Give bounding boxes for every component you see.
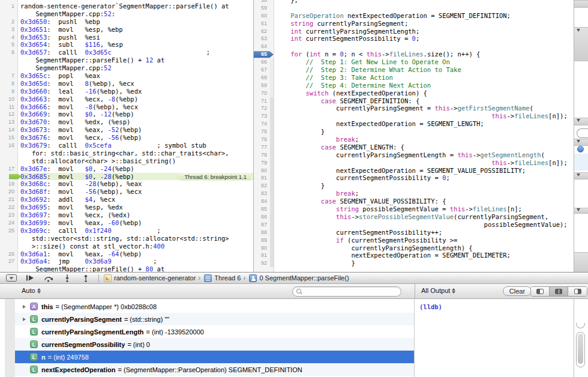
line-number[interactable] [0, 265, 17, 272]
breadcrumb-item-stack-frame[interactable]: 0 SegmentMapper::parseFile() [249, 274, 349, 282]
code-line[interactable]: >::size() const at stl_vector.h:400 [20, 243, 253, 250]
line-number[interactable]: 79 [254, 159, 274, 167]
line-number[interactable]: 13 [0, 118, 17, 126]
line-number[interactable]: 10 [0, 95, 17, 103]
code-line[interactable]: 0x3d653: pushl %esi [20, 34, 253, 41]
line-number[interactable]: 19 [0, 180, 17, 188]
code-line[interactable]: case SEGMENT_VALUE_POSSIBILITY: { [275, 198, 574, 205]
code-line[interactable]: currentSegmentPossibility = 0; [275, 174, 574, 182]
step-over-button[interactable] [42, 274, 55, 282]
continue-button[interactable] [23, 274, 37, 282]
code-line[interactable]: ParseOperation nextExpectedOperation = S… [275, 12, 574, 20]
line-number[interactable]: 74 [254, 120, 274, 128]
line-number[interactable]: 90 [254, 244, 274, 252]
code-line[interactable]: currentSegmentPossibility++; [275, 229, 574, 237]
line-number[interactable]: 64 [254, 43, 274, 50]
line-number[interactable]: 9 [0, 88, 17, 95]
line-number[interactable]: 81 [254, 174, 274, 182]
line-number[interactable]: 76 [254, 136, 274, 143]
code-line[interactable]: SegmentMapper.cpp:52: [20, 10, 253, 18]
line-number[interactable]: 2 [0, 18, 17, 26]
variable-row[interactable]: Athis= (SegmentMapper *) 0xb0288c08 [15, 300, 414, 313]
line-number[interactable]: 77 [254, 143, 274, 151]
show-variables-only-button[interactable] [531, 287, 550, 296]
breadcrumb-item-process[interactable]: random-sentence-generator [104, 274, 196, 282]
line-number[interactable]: 92 [254, 259, 274, 267]
code-line[interactable]: SegmentMapper::parseFile() + 80 at [20, 265, 253, 272]
line-number[interactable]: 58 [254, 0, 274, 4]
code-line[interactable]: std::allocator<char> >::basic_string() [20, 157, 253, 165]
line-number[interactable]: 6 [0, 49, 17, 56]
code-line[interactable]: 0x3d685: movl $0, -28(%ebp)Thread 6: bre… [20, 173, 253, 181]
code-line[interactable]: possibleSegmentValue); [275, 221, 574, 229]
line-number[interactable]: 65 [254, 50, 274, 58]
code-line[interactable]: currentlyParsingSegmentLength = this->ge… [275, 151, 574, 159]
line-number[interactable]: 71 [254, 97, 274, 105]
code-line[interactable]: 0x3d651: movl %esp, %ebp [20, 26, 253, 34]
line-number[interactable] [0, 235, 17, 243]
show-console-only-button[interactable] [568, 287, 587, 296]
breadcrumb-item-thread[interactable]: Thread 6 [204, 274, 241, 282]
code-line[interactable]: for (int n = 0; n < this->fileLines.size… [275, 50, 574, 58]
code-line[interactable]: SegmentMapper::parseFile() + 12 at [20, 56, 253, 64]
code-line[interactable]: case SEGMENT_LENGTH: { [275, 143, 574, 151]
code-line[interactable]: 0x3d654: subl $116, %esp [20, 41, 253, 49]
code-line[interactable]: 0x3d670: movl %edx, (%esp) [20, 118, 253, 126]
code-line[interactable]: 0x3d663: movl %ecx, -8(%ebp) [20, 95, 253, 103]
code-line[interactable]: 0x3d679: calll 0x5cefa ; symbol stub [20, 142, 253, 149]
code-line[interactable]: 0x3d67e: movl $0, -24(%ebp) [20, 165, 253, 173]
line-number[interactable]: 26 [0, 250, 17, 258]
code-line[interactable]: if (currentSegmentPossibility >= [275, 237, 574, 244]
disclosure-triangle-icon[interactable] [23, 305, 26, 309]
line-number[interactable]: 27 [0, 258, 17, 265]
step-out-button[interactable] [79, 274, 92, 282]
code-line[interactable]: // Step 4: Determine Next Action [275, 82, 574, 89]
line-number[interactable]: 17 [0, 165, 17, 173]
code-line[interactable]: 0x3d695: movl %esp, %edx [20, 204, 253, 211]
line-number[interactable]: 8 [0, 80, 17, 88]
code-line[interactable]: int currentlyParsingSegmentLength; [275, 28, 574, 35]
line-number[interactable] [0, 64, 17, 72]
code-line[interactable]: this->fileLines[n]); [275, 112, 574, 120]
line-number[interactable] [0, 10, 17, 18]
code-line[interactable]: this->storePossibleSegmentValue(currentl… [275, 213, 574, 221]
line-number[interactable]: 73 [254, 112, 274, 120]
line-number[interactable]: 63 [254, 35, 274, 43]
code-line[interactable]: 0x3d68f: movl -56(%ebp), %ecx [20, 188, 253, 196]
line-number[interactable]: 3 [0, 26, 17, 34]
code-line[interactable]: 0x3d650: pushl %ebp [20, 18, 253, 26]
line-number[interactable]: 11 [0, 103, 17, 111]
code-line[interactable]: 0x3d660: leal -16(%ebp), %edx [20, 88, 253, 95]
line-number[interactable]: 72 [254, 104, 274, 112]
line-number[interactable]: 61 [254, 20, 274, 28]
console-output[interactable]: (lldb) [415, 299, 574, 377]
code-line[interactable]: nextExpectedOperation = SEGMENT_VALUE_PO… [275, 167, 574, 175]
line-number[interactable]: 69 [254, 82, 274, 89]
code-line[interactable]: 0x3d666: movl -8(%ebp), %ecx [20, 103, 253, 111]
line-number[interactable]: 23 [0, 211, 17, 219]
code-line[interactable]: 0x3d65d: movl 8(%ebp), %ecx [20, 80, 253, 88]
code-line[interactable]: string possibleSegmentValue = this->file… [275, 205, 574, 213]
line-number[interactable]: 14 [0, 126, 17, 134]
line-number[interactable]: 66 [254, 58, 274, 66]
code-line[interactable] [275, 43, 574, 50]
line-number[interactable]: 4 [0, 34, 17, 41]
line-number[interactable]: 1 [0, 2, 17, 10]
line-number[interactable]: 78 [254, 151, 274, 159]
line-number[interactable]: 85 [254, 205, 274, 213]
code-line[interactable]: } [275, 128, 574, 136]
line-number[interactable]: 21 [0, 196, 17, 204]
line-number[interactable]: 15 [0, 134, 17, 142]
code-line[interactable]: std::vector<std::string, std::allocator<… [20, 235, 253, 243]
code-line[interactable]: }; [275, 0, 574, 4]
variable-row[interactable]: LcurrentlyParsingSegment= (std::string) … [15, 313, 414, 325]
disclosure-triangle-icon[interactable] [23, 318, 26, 321]
line-number[interactable]: 91 [254, 252, 274, 259]
code-line[interactable]: 0x3d669: movl $0, -12(%ebp) [20, 110, 253, 118]
code-line[interactable]: 0x3d68c: movl -28(%ebp), %eax [20, 180, 253, 188]
line-number[interactable]: 87 [254, 221, 274, 229]
code-line[interactable]: 0x3d69c: calll 0x1f240 ; [20, 227, 253, 235]
asm-line-number-gutter[interactable]: 1234567891011121314151617181920212223242… [0, 0, 18, 272]
code-line[interactable]: case SEGMENT_DEFINITION: { [275, 97, 574, 105]
show-both-panes-button[interactable] [550, 287, 568, 296]
